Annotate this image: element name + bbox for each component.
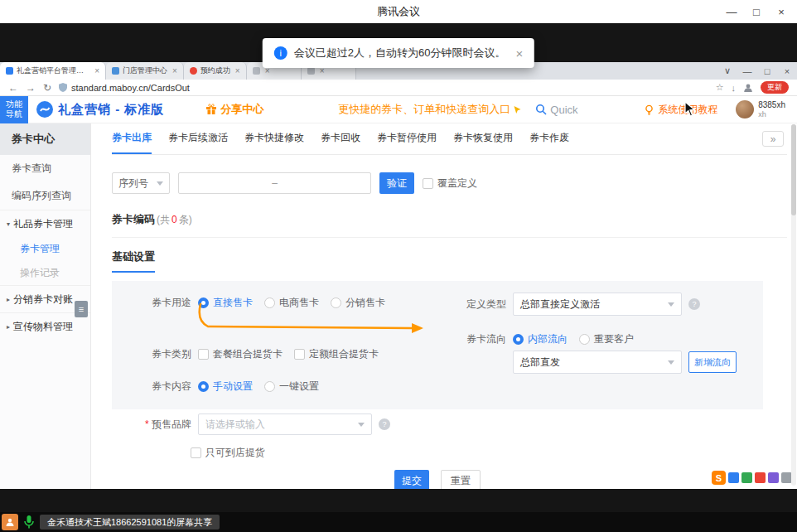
quick-entry-link[interactable]: 更快捷的券卡、订单和快递查询入口 — [338, 102, 522, 117]
user-subname: xh — [758, 110, 785, 118]
radio-direct-sale[interactable]: 直接售卡 — [198, 296, 253, 310]
tab-card-recycle[interactable]: 券卡回收 — [321, 123, 360, 154]
update-badge[interactable]: 更新 — [761, 81, 789, 94]
tab-card-outbound[interactable]: 券卡出库 — [112, 123, 152, 154]
card-codes-heading: 券卡编码 (共 0 条) — [112, 212, 797, 227]
extension-icon[interactable] — [728, 472, 739, 483]
back-icon[interactable]: ← — [8, 82, 18, 94]
address-input[interactable]: standard.maboy.cn/CardsOut — [59, 83, 190, 93]
extension-icon[interactable] — [755, 472, 766, 483]
nav-toggle-line: 导航 — [6, 109, 22, 119]
field-label: * 预售品牌 — [145, 418, 191, 432]
serial-range-input[interactable]: – — [178, 172, 371, 194]
scrollbar-track — [791, 124, 796, 486]
submit-button[interactable]: 提交 — [394, 470, 429, 489]
profile-icon[interactable] — [743, 83, 753, 93]
card-category-row: 券卡类别 套餐组合提货卡 定额组合提货卡 — [152, 347, 379, 361]
chevron-down-icon — [668, 360, 674, 365]
sidebar-item-operation-log[interactable]: 操作记录 — [0, 261, 90, 285]
radio-icon — [264, 381, 275, 392]
function-nav-toggle[interactable]: 功能 导航 — [0, 96, 28, 123]
logo-icon — [36, 101, 53, 118]
sidebar-item-card-management[interactable]: 券卡管理 — [0, 237, 90, 261]
checkbox-label: 只可到店提货 — [205, 446, 265, 460]
extension-icon[interactable] — [741, 472, 752, 483]
browser-window: 礼盒营销平台管理中心 × 门店管理中心 × 预约成功 × × × — [0, 62, 797, 489]
radio-label: 内部流向 — [528, 332, 568, 346]
tab-card-resume[interactable]: 券卡恢复使用 — [453, 123, 513, 154]
promo-text: 更快捷的券卡、订单和快递查询入口 — [338, 102, 510, 117]
radio-one-click-setup[interactable]: 一键设置 — [264, 380, 319, 394]
radio-ecommerce-sale[interactable]: 电商售卡 — [264, 296, 319, 310]
sidebar-item-code-sequence-query[interactable]: 编码序列查询 — [0, 182, 90, 210]
sidebar-title: 券卡中心 — [0, 123, 90, 155]
tab-close-icon[interactable]: × — [94, 66, 99, 75]
radio-distribution-sale[interactable]: 分销售卡 — [331, 296, 385, 310]
radio-label: 一键设置 — [279, 380, 319, 394]
update-badge-label: 更新 — [767, 82, 782, 93]
tab-card-followup-activate[interactable]: 券卡后续激活 — [168, 123, 228, 154]
codes-count-prefix: (共 — [157, 213, 170, 227]
sidebar-item-card-query[interactable]: 券卡查询 — [0, 155, 90, 182]
tab-label: 门店管理中心 — [123, 65, 167, 76]
checkbox-fixed-combo-pickup-card[interactable]: 定额组合提货卡 — [294, 347, 379, 361]
serial-select-value: 序列号 — [118, 177, 148, 191]
browser-tab-store-center[interactable]: 门店管理中心 × — [106, 62, 184, 80]
verify-button[interactable]: 验证 — [379, 172, 414, 194]
store-pickup-checkbox[interactable]: 只可到店提货 — [191, 446, 797, 460]
checkbox-label: 套餐组合提货卡 — [213, 347, 283, 361]
presale-brand-select[interactable]: 请选择或输入 — [198, 414, 372, 435]
sidebar-group-gift-card-management[interactable]: ▾ 礼品券卡管理 — [0, 210, 90, 237]
forward-icon[interactable]: → — [26, 82, 36, 94]
radio-label: 重要客户 — [594, 332, 634, 346]
extension-icon[interactable] — [768, 472, 779, 483]
browser-minimize-icon[interactable]: — — [737, 66, 757, 76]
tab-favicon — [112, 67, 119, 75]
radio-internal-flow[interactable]: 内部流向 — [513, 332, 568, 346]
tab-close-icon[interactable]: × — [172, 66, 177, 75]
radio-important-customer[interactable]: 重要客户 — [579, 332, 634, 346]
microphone-icon[interactable] — [23, 515, 35, 530]
panel-collapse-button[interactable]: » — [762, 131, 784, 147]
flow-target-select[interactable]: 总部直发 — [513, 351, 682, 374]
share-center-link[interactable]: 分享中心 — [205, 102, 263, 117]
browser-maximize-icon[interactable]: □ — [757, 66, 777, 76]
scrollbar-thumb[interactable] — [791, 124, 796, 215]
tab-close-icon[interactable]: × — [235, 66, 240, 75]
sidebar-group-label: 宣传物料管理 — [13, 320, 73, 334]
tab-favicon — [6, 67, 13, 75]
browser-tab-marketing-center[interactable]: 礼盒营销平台管理中心 × — [0, 62, 106, 80]
radio-manual-setup[interactable]: 手动设置 — [198, 380, 253, 394]
tab-card-quick-edit[interactable]: 券卡快捷修改 — [244, 123, 304, 154]
checkbox-icon — [198, 349, 209, 360]
favorite-star-icon[interactable]: ☆ — [716, 82, 724, 93]
download-icon[interactable]: ↓ — [732, 83, 737, 93]
definition-type-select[interactable]: 总部直接定义激活 — [513, 293, 682, 316]
user-account[interactable]: 8385xh xh — [736, 100, 785, 118]
refresh-icon[interactable]: ↻ — [43, 82, 51, 94]
tab-card-void[interactable]: 券卡作废 — [529, 123, 569, 154]
help-info-icon[interactable]: ? — [688, 298, 700, 310]
extension-s-icon[interactable]: S — [712, 471, 726, 485]
checkbox-combo-pickup-card[interactable]: 套餐组合提货卡 — [198, 347, 283, 361]
minimize-icon[interactable]: — — [719, 0, 744, 23]
system-tutorial-link[interactable]: 系统使用教程 — [644, 103, 717, 117]
toast-message: 会议已超过2人，自动转为60分钟限时会议。 — [294, 46, 506, 60]
app-logo[interactable]: 礼盒营销 - 标准版 — [36, 101, 164, 118]
sharer-avatar-icon[interactable] — [2, 514, 18, 530]
override-definition-checkbox[interactable]: 覆盖定义 — [423, 177, 477, 191]
browser-tab-booking-success[interactable]: 预约成功 × — [184, 62, 247, 80]
add-flow-button[interactable]: 新增流向 — [688, 351, 737, 373]
sidebar-collapse-handle[interactable]: ≡ — [75, 301, 88, 317]
chevron-down-icon[interactable]: ∨ — [717, 65, 737, 76]
help-info-icon[interactable]: ? — [379, 418, 390, 430]
radio-label: 分销售卡 — [345, 296, 385, 310]
quick-search[interactable]: Quick — [535, 104, 577, 116]
reset-button[interactable]: 重置 — [441, 470, 481, 489]
tab-card-suspend[interactable]: 券卡暂停使用 — [377, 123, 437, 154]
maximize-icon[interactable]: □ — [744, 0, 769, 23]
toast-close-icon[interactable]: × — [515, 46, 523, 60]
browser-close-icon[interactable]: × — [777, 66, 797, 76]
close-icon[interactable]: × — [769, 0, 794, 23]
serial-type-select[interactable]: 序列号 — [112, 172, 170, 194]
